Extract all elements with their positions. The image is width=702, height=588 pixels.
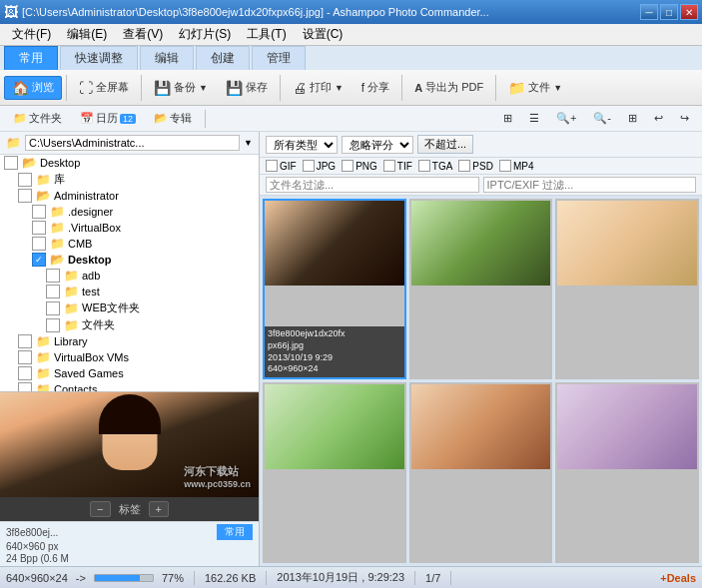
tree-checkbox[interactable] — [46, 269, 60, 283]
chk-png[interactable]: PNG — [342, 160, 377, 172]
status-deal-label[interactable]: +Deals — [660, 572, 696, 584]
menu-edit[interactable]: 编辑(E) — [59, 24, 115, 45]
menu-file[interactable]: 文件(F) — [4, 24, 59, 45]
tree-item[interactable]: 📁Contacts — [0, 381, 259, 391]
chk-tif[interactable]: TIF — [383, 160, 412, 172]
chk-jpg[interactable]: JPG — [303, 160, 336, 172]
filename-search-input[interactable] — [266, 177, 479, 193]
grid-view-button[interactable]: ⊞ — [496, 109, 519, 128]
tree-checkbox[interactable] — [46, 301, 60, 315]
tree-item-label: VirtualBox VMs — [54, 351, 259, 363]
tree-item[interactable]: 📂Desktop — [0, 155, 259, 171]
tree-item[interactable]: 📁.VirtualBox — [0, 220, 259, 236]
undo-button[interactable]: ↩ — [647, 109, 670, 128]
menu-tools[interactable]: 工具(T) — [239, 24, 294, 45]
tab-create[interactable]: 创建 — [196, 46, 250, 70]
tree-checkbox[interactable] — [4, 156, 18, 170]
tree-item[interactable]: 📁test — [0, 284, 259, 299]
image-thumbnail[interactable] — [555, 199, 699, 379]
zoom-in-button[interactable]: 🔍+ — [549, 109, 583, 128]
path-input[interactable] — [25, 135, 240, 151]
menu-settings[interactable]: 设置(C) — [295, 24, 351, 45]
tree-item[interactable]: 📁VirtualBox VMs — [0, 349, 259, 365]
fullscreen-button[interactable]: ⛶ 全屏幕 — [71, 76, 137, 100]
psd-checkbox[interactable] — [458, 160, 470, 172]
close-button[interactable]: ✕ — [680, 4, 698, 20]
chk-psd[interactable]: PSD — [458, 160, 493, 172]
image-thumbnail[interactable] — [555, 382, 699, 563]
tree-item[interactable]: 📁库 — [0, 171, 259, 188]
tree-checkbox[interactable] — [18, 350, 32, 364]
image-thumbnail[interactable] — [263, 382, 406, 563]
png-checkbox[interactable] — [342, 160, 353, 172]
tree-item[interactable]: 📁CMB — [0, 236, 259, 252]
tga-checkbox[interactable] — [418, 160, 430, 172]
save-icon: 💾 — [226, 80, 243, 96]
tree-checkbox[interactable] — [18, 382, 32, 391]
browse-button[interactable]: 🏠 浏览 — [4, 76, 62, 100]
tree-item[interactable]: 📁文件夹 — [0, 316, 259, 333]
tab-quick-adjust[interactable]: 快速调整 — [60, 46, 138, 70]
tree-checkbox[interactable] — [46, 285, 60, 298]
tree-item[interactable]: 📁adb — [0, 268, 259, 284]
minimize-button[interactable]: ─ — [640, 4, 658, 20]
tree-item[interactable]: 📁WEB文件夹 — [0, 299, 259, 316]
menu-slideshow[interactable]: 幻灯片(S) — [171, 24, 239, 45]
image-thumbnail[interactable] — [409, 382, 553, 563]
tree-item[interactable]: 📁.designer — [0, 204, 259, 220]
tree-item[interactable]: 📂Administrator — [0, 188, 259, 204]
window-title: [C:\Users\Administrator\Desktop\3f8e800e… — [18, 6, 640, 18]
export-pdf-label: 导出为 PDF — [425, 80, 483, 95]
tree-checkbox[interactable] — [18, 366, 32, 380]
file-button[interactable]: 📁 文件 ▼ — [500, 76, 570, 100]
image-thumbnail[interactable]: 3f8e800ejw1dx20fxpx66j.jpg2013/10/19 9:2… — [263, 199, 406, 379]
chk-tga[interactable]: TGA — [418, 160, 453, 172]
sort-button[interactable]: ⊞ — [621, 109, 644, 128]
calendar-view-button[interactable]: 📅 日历 12 — [73, 108, 143, 129]
tab-common[interactable]: 常用 — [4, 46, 58, 70]
tif-checkbox[interactable] — [383, 160, 395, 172]
save-button[interactable]: 💾 保存 — [218, 76, 276, 100]
tree-checkbox[interactable] — [32, 221, 46, 235]
size-filter-button[interactable]: 不超过... — [417, 135, 473, 154]
tree-item[interactable]: 📁Library — [0, 333, 259, 349]
iptc-search-input[interactable] — [483, 177, 697, 193]
image-thumbnail[interactable] — [409, 199, 553, 379]
tree-checkbox[interactable] — [46, 318, 60, 332]
tree-item-label: adb — [82, 270, 259, 282]
tree-checkbox[interactable] — [18, 189, 32, 203]
jpg-checkbox[interactable] — [303, 160, 315, 172]
menu-view[interactable]: 查看(V) — [115, 24, 171, 45]
tab-edit[interactable]: 编辑 — [140, 46, 194, 70]
png-label: PNG — [355, 161, 377, 172]
backup-button[interactable]: 💾 备份 ▼ — [146, 76, 216, 100]
tree-checkbox[interactable] — [18, 334, 32, 348]
rating-filter-select[interactable]: 忽略评分 1星 — [342, 136, 413, 154]
chk-gif[interactable]: GIF — [266, 160, 297, 172]
mp4-label: MP4 — [513, 161, 534, 172]
type-filter-select[interactable]: 所有类型 JPEG PNG — [266, 136, 338, 154]
tree-checkbox[interactable] — [32, 205, 46, 219]
tag-plus-button[interactable]: + — [149, 501, 169, 517]
tree-checkbox[interactable] — [32, 237, 46, 251]
chk-mp4[interactable]: MP4 — [499, 160, 534, 172]
tag-minus-button[interactable]: − — [90, 501, 110, 517]
preview-tab-label[interactable]: 常用 — [217, 524, 253, 540]
share-button[interactable]: f 分享 — [353, 76, 397, 99]
tree-checkbox[interactable] — [18, 173, 32, 187]
list-view-button[interactable]: ☰ — [522, 109, 546, 128]
tree-item[interactable]: ✓📂Desktop — [0, 252, 259, 268]
redo-button[interactable]: ↪ — [673, 109, 696, 128]
print-button[interactable]: 🖨 打印 ▼ — [285, 76, 351, 100]
tab-manage[interactable]: 管理 — [252, 46, 306, 70]
gif-checkbox[interactable] — [266, 160, 278, 172]
album-view-button[interactable]: 📂 专辑 — [147, 108, 199, 129]
maximize-button[interactable]: □ — [660, 4, 678, 20]
export-pdf-button[interactable]: A 导出为 PDF — [406, 76, 491, 99]
tree-checkbox[interactable]: ✓ — [32, 253, 46, 267]
tree-item[interactable]: 📁Saved Games — [0, 365, 259, 381]
path-dropdown-arrow-icon[interactable]: ▼ — [244, 138, 253, 148]
mp4-checkbox[interactable] — [499, 160, 511, 172]
folder-view-button[interactable]: 📁 文件夹 — [6, 108, 69, 129]
zoom-out-button[interactable]: 🔍- — [586, 109, 618, 128]
